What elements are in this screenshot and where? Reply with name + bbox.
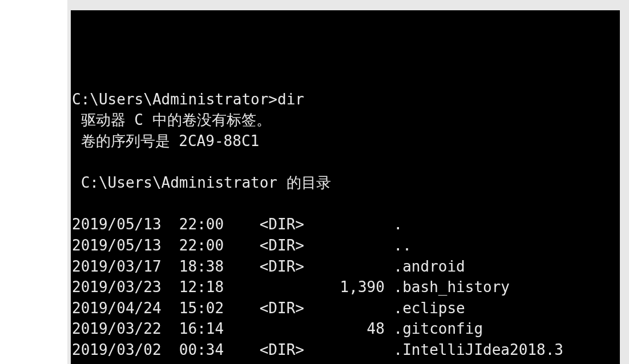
- prompt-line: C:\Users\Administrator>dir: [72, 91, 304, 108]
- serial-info-line: 卷的序列号是 2CA9-88C1: [72, 132, 259, 149]
- dir-entry: 2019/03/17 18:38 <DIR> .android: [72, 256, 620, 277]
- dir-entry: 2019/05/13 22:00 <DIR> ..: [72, 235, 620, 256]
- page-sidebar-area: [0, 0, 67, 364]
- command: dir: [277, 91, 304, 108]
- cmd-terminal[interactable]: C:\Users\Administrator>dir 驱动器 C 中的卷没有标签…: [71, 10, 620, 364]
- dir-entry: 2019/03/02 00:34 <DIR> .IntelliJIdea2018…: [72, 339, 620, 361]
- drive-info-line: 驱动器 C 中的卷没有标签。: [72, 111, 271, 128]
- dir-listing: 2019/05/13 22:00 <DIR> .2019/05/13 22:00…: [72, 214, 620, 364]
- terminal-output: C:\Users\Administrator>dir 驱动器 C 中的卷没有标签…: [71, 52, 620, 364]
- dir-entry: 2019/03/22 16:14 48 .gitconfig: [72, 318, 620, 339]
- dir-entry: 2019/04/24 15:02 <DIR> .eclipse: [72, 298, 620, 319]
- dir-entry: 2019/03/23 12:18 1,390 .bash_history: [72, 277, 620, 298]
- dir-header-line: C:\Users\Administrator 的目录: [72, 174, 331, 191]
- dir-entry: 2019/05/13 22:00 <DIR> .: [72, 214, 620, 235]
- prompt: C:\Users\Administrator>: [72, 91, 277, 108]
- dir-entry: 2019/03/05 17:29 <DIR> .m2: [72, 361, 620, 365]
